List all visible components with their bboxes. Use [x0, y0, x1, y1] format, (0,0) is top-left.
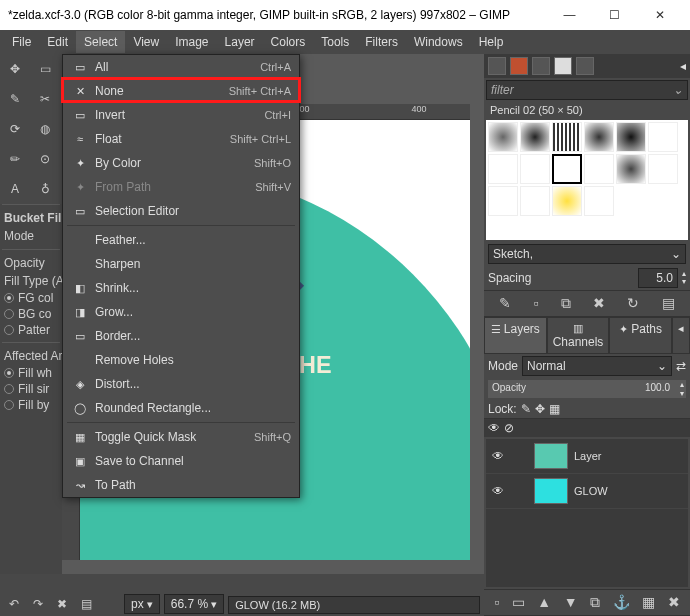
tool-rotate[interactable]: ⟳ — [1, 115, 29, 143]
menu-colors[interactable]: Colors — [263, 31, 314, 53]
dock-tab-5[interactable] — [576, 57, 594, 75]
tab-channels[interactable]: ▥ Channels — [547, 317, 610, 354]
menu-layer[interactable]: Layer — [217, 31, 263, 53]
duplicate-layer-icon[interactable]: ⧉ — [590, 594, 600, 611]
layer-row[interactable]: 👁GLOW — [486, 474, 688, 509]
menuitem-to-path[interactable]: ↝To Path — [63, 473, 299, 497]
dock-tab-4[interactable] — [554, 57, 572, 75]
close-button[interactable]: ✕ — [637, 0, 682, 30]
redo-icon[interactable]: ↷ — [28, 594, 48, 614]
unit-select[interactable]: px ▾ — [124, 594, 160, 614]
dock-tab-2[interactable] — [510, 57, 528, 75]
tool-brush[interactable]: ✏ — [1, 145, 29, 173]
menuitem-border-[interactable]: ▭Border... — [63, 324, 299, 348]
menuitem-shrink-[interactable]: ◧Shrink... — [63, 276, 299, 300]
undo-icon[interactable]: ↶ — [4, 594, 24, 614]
tab-paths[interactable]: ✦ Paths — [609, 317, 672, 354]
dock-menu-icon[interactable]: ◂ — [680, 59, 686, 73]
new-icon[interactable]: ▫ — [533, 295, 538, 312]
menuitem-rounded-rectangle-[interactable]: ◯Rounded Rectangle... — [63, 396, 299, 420]
status-info: GLOW (16.2 MB) — [228, 596, 480, 614]
brush-filter[interactable]: filter⌄ — [486, 80, 688, 100]
tool-rect-select[interactable]: ▭ — [31, 55, 59, 83]
radio-fillsi[interactable] — [4, 384, 14, 394]
dock-tab-1[interactable] — [488, 57, 506, 75]
menuitem-sharpen[interactable]: Sharpen — [63, 252, 299, 276]
tool-bucket[interactable]: ◍ — [31, 115, 59, 143]
menu-tools[interactable]: Tools — [313, 31, 357, 53]
link-icon[interactable]: ⊘ — [504, 421, 520, 435]
menu-windows[interactable]: Windows — [406, 31, 471, 53]
menuitem-feather-[interactable]: Feather... — [63, 228, 299, 252]
eye-icon[interactable]: 👁 — [490, 449, 506, 463]
edit-icon[interactable]: ✎ — [499, 295, 511, 312]
menu-edit[interactable]: Edit — [39, 31, 76, 53]
radio-fillby[interactable] — [4, 400, 14, 410]
tool-measure[interactable]: ♁ — [31, 175, 59, 203]
menu-file[interactable]: File — [4, 31, 39, 53]
menuitem-save-to-channel[interactable]: ▣Save to Channel — [63, 449, 299, 473]
brush-category-select[interactable]: Sketch,⌄ — [488, 244, 686, 264]
radio-bg[interactable] — [4, 309, 14, 319]
menuitem-invert[interactable]: ▭InvertCtrl+I — [63, 103, 299, 127]
menuitem-none[interactable]: ✕NoneShift+ Ctrl+A — [63, 79, 299, 103]
layer-row[interactable]: 👁Layer — [486, 439, 688, 474]
eye-icon[interactable]: 👁 — [488, 421, 500, 435]
menuitem-grow-[interactable]: ◨Grow... — [63, 300, 299, 324]
brush-name: Pencil 02 (50 × 50) — [484, 102, 690, 118]
mode-switch-icon[interactable]: ⇄ — [676, 359, 686, 373]
dock-menu-icon[interactable]: ◂ — [672, 317, 690, 354]
tool-lasso[interactable]: ✎ — [1, 85, 29, 113]
tab-layers[interactable]: ☰ Layers — [484, 317, 547, 354]
lock-alpha-icon[interactable]: ▦ — [549, 402, 560, 416]
opacity-label: Opacity — [0, 254, 62, 272]
radio-fg[interactable] — [4, 293, 14, 303]
layer-mode-select[interactable]: Normal⌄ — [522, 356, 672, 376]
menuitem-toggle-quick-mask[interactable]: ▦Toggle Quick MaskShift+Q — [63, 425, 299, 449]
menu-help[interactable]: Help — [471, 31, 512, 53]
layer-list: 👁Layer👁GLOW — [486, 439, 688, 587]
tool-clone[interactable]: ⊙ — [31, 145, 59, 173]
lower-icon[interactable]: ▼ — [564, 594, 578, 611]
radio-fillwh[interactable] — [4, 368, 14, 378]
eye-icon[interactable]: 👁 — [490, 484, 506, 498]
menuitem-float[interactable]: ≈FloatShift+ Ctrl+L — [63, 127, 299, 151]
menu-filters[interactable]: Filters — [357, 31, 406, 53]
menubar: FileEditSelectViewImageLayerColorsToolsF… — [0, 30, 690, 54]
delete-layer-icon[interactable]: ✖ — [668, 594, 680, 611]
minimize-button[interactable]: — — [547, 0, 592, 30]
spacing-value[interactable]: 5.0 — [638, 268, 678, 288]
layer-opacity-slider[interactable]: Opacity 100.0 ▴▾ — [488, 380, 686, 398]
dock-tab-3[interactable] — [532, 57, 550, 75]
raise-icon[interactable]: ▲ — [537, 594, 551, 611]
tool-move[interactable]: ✥ — [1, 55, 29, 83]
delete-icon[interactable]: ✖ — [52, 594, 72, 614]
new-layer-icon[interactable]: ▫ — [494, 594, 499, 611]
zoom-select[interactable]: 66.7 % ▾ — [164, 594, 224, 614]
lock-pixels-icon[interactable]: ✎ — [521, 402, 531, 416]
mask-icon[interactable]: ▦ — [642, 594, 655, 611]
merge-icon[interactable]: ⚓ — [613, 594, 630, 611]
open-icon[interactable]: ▤ — [662, 295, 675, 312]
menu-image[interactable]: Image — [167, 31, 216, 53]
maximize-button[interactable]: ☐ — [592, 0, 637, 30]
menuitem-by-color[interactable]: ✦By ColorShift+O — [63, 151, 299, 175]
brush-grid[interactable] — [486, 120, 688, 240]
refresh-icon[interactable]: ↻ — [627, 295, 639, 312]
lock-row: Lock: ✎ ✥ ▦ — [484, 400, 690, 418]
lock-position-icon[interactable]: ✥ — [535, 402, 545, 416]
toolbox: ✥▭ ✎✂ ⟳◍ ✏⊙ A♁ — [0, 54, 62, 204]
menuitem-selection-editor[interactable]: ▭Selection Editor — [63, 199, 299, 223]
delete-icon[interactable]: ✖ — [593, 295, 605, 312]
duplicate-icon[interactable]: ⧉ — [561, 295, 571, 312]
menuitem-distort-[interactable]: ◈Distort... — [63, 372, 299, 396]
tool-text[interactable]: A — [1, 175, 29, 203]
menu-select[interactable]: Select — [76, 31, 125, 53]
reset-icon[interactable]: ▤ — [76, 594, 96, 614]
menuitem-remove-holes[interactable]: Remove Holes — [63, 348, 299, 372]
tool-crop[interactable]: ✂ — [31, 85, 59, 113]
layer-group-icon[interactable]: ▭ — [512, 594, 525, 611]
menuitem-all[interactable]: ▭AllCtrl+A — [63, 55, 299, 79]
radio-pattern[interactable] — [4, 325, 14, 335]
menu-view[interactable]: View — [125, 31, 167, 53]
